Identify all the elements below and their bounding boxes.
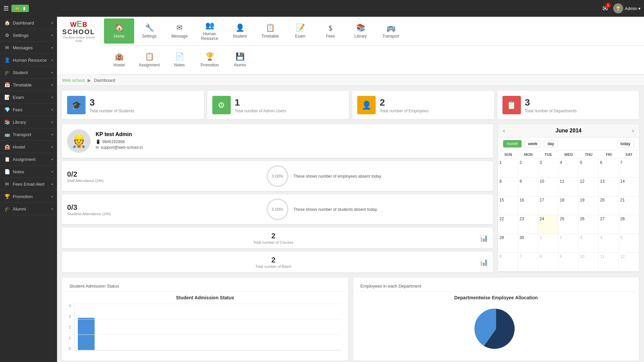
- calendar-cell[interactable]: 7: [518, 253, 538, 271]
- nav-promotion[interactable]: 🏆 Promotion: [195, 47, 225, 72]
- calendar-cell[interactable]: 6: [599, 159, 619, 177]
- sidebar-item-alumni[interactable]: 🎓 Alumni ▾: [0, 203, 57, 215]
- nav-assignment[interactable]: 📋 Assignment: [134, 47, 164, 72]
- calendar-cell[interactable]: 22: [498, 215, 518, 234]
- stat-departments-info: 3 Total number of Departments: [525, 97, 634, 113]
- calendar-cell[interactable]: 9: [518, 178, 538, 196]
- calendar-cell[interactable]: 17: [538, 196, 558, 215]
- sidebar-item-assignment[interactable]: 📋 Assignment ▾: [0, 153, 57, 166]
- transport-nav-icon: 🚌: [386, 23, 395, 32]
- calendar-cell[interactable]: 29: [498, 234, 518, 252]
- calendar-cell[interactable]: 8: [538, 253, 558, 271]
- calendar-cell[interactable]: 30: [518, 234, 538, 252]
- day-sun: SUN: [498, 150, 518, 159]
- department-chart-card: Employees in each Department Departmentw…: [353, 278, 639, 361]
- calendar-cell[interactable]: 1: [498, 159, 518, 177]
- calendar-cell[interactable]: 26: [579, 215, 599, 234]
- breadcrumb-root[interactable]: Web school: [62, 78, 85, 83]
- sidebar-item-notes[interactable]: 📄 Notes ▾: [0, 166, 57, 178]
- day-fri: FRI: [599, 150, 619, 159]
- calendar-cell[interactable]: 11: [558, 178, 579, 196]
- nav-human-resource[interactable]: 👥 Human Resource: [195, 18, 225, 44]
- sidebar-item-dashboard[interactable]: 🏠 Dashboard ▾: [0, 17, 57, 29]
- calendar-cell[interactable]: 10: [579, 253, 599, 271]
- calendar-cell[interactable]: 9: [558, 253, 579, 271]
- sidebar-item-human-resource[interactable]: 👤 Human Resource ▾: [0, 54, 57, 66]
- calendar-cell[interactable]: 15: [498, 196, 518, 215]
- calendar-cell[interactable]: 10: [538, 178, 558, 196]
- day-mon: MON: [518, 150, 538, 159]
- sidebar-item-exam[interactable]: 📝 Exam ▾: [0, 91, 57, 104]
- sidebar: 🏠 Dashboard ▾ ⚙ Settings ▾ ✉ Messages ▾ …: [0, 17, 57, 362]
- nav-exam-label: Exam: [295, 34, 306, 39]
- sidebar-item-hostel[interactable]: 🏨 Hostel ▾: [0, 141, 57, 153]
- calendar-cell[interactable]: 12: [579, 178, 599, 196]
- calendar-day-button[interactable]: day: [544, 140, 557, 147]
- calendar-cell[interactable]: 5: [619, 234, 639, 252]
- calendar-cell[interactable]: 27: [599, 215, 619, 234]
- nav-notes[interactable]: 📄 Notes: [164, 47, 195, 72]
- sidebar-item-fees[interactable]: 💎 Fees ▾: [0, 104, 57, 116]
- calendar-cell[interactable]: 6: [498, 253, 518, 271]
- nav-fees[interactable]: $ Fees: [315, 18, 345, 44]
- calendar-cell[interactable]: 2: [518, 159, 538, 177]
- nav-alumni[interactable]: 💾 Alumni: [225, 47, 255, 72]
- calendar-cell[interactable]: 18: [558, 196, 579, 215]
- calendar-cell[interactable]: 1: [538, 234, 558, 252]
- calendar-cell[interactable]: 3: [538, 159, 558, 177]
- sidebar-item-student[interactable]: 🎓 Student ▾: [0, 66, 57, 79]
- nav-hostel[interactable]: 🏨 Hostel: [104, 47, 134, 72]
- calendar-cell[interactable]: 21: [619, 196, 639, 215]
- calendar-cell[interactable]: 11: [599, 253, 619, 271]
- calendar-next-button[interactable]: ›: [632, 128, 634, 134]
- sidebar-item-library[interactable]: 📚 Library ▾: [0, 116, 57, 128]
- calendar-cell[interactable]: 16: [518, 196, 538, 215]
- nav-exam[interactable]: 📝 Exam: [285, 18, 315, 44]
- calendar-cell[interactable]: 2: [558, 234, 579, 252]
- bar-chart-container: 4 3 2 1 0: [69, 304, 341, 351]
- calendar-cell[interactable]: 25: [558, 215, 579, 234]
- calendar-prev-button[interactable]: ‹: [503, 128, 505, 134]
- sidebar-item-promotion[interactable]: 🏆 Promotion ▾: [0, 190, 57, 203]
- calendar-cell[interactable]: 19: [579, 196, 599, 215]
- calendar-cell[interactable]: 24: [538, 215, 558, 234]
- calendar-cell[interactable]: 7: [619, 159, 639, 177]
- nav-message[interactable]: ✉ Message: [164, 18, 195, 44]
- calendar-cell[interactable]: 4: [558, 159, 579, 177]
- calendar-cell[interactable]: 3: [579, 234, 599, 252]
- calendar-cell[interactable]: 23: [518, 215, 538, 234]
- calendar-cell[interactable]: 4: [599, 234, 619, 252]
- nav-library[interactable]: 📚 Library: [345, 18, 376, 44]
- calendar-cell[interactable]: 5: [579, 159, 599, 177]
- notification-icon[interactable]: ✉ 9: [602, 4, 608, 12]
- sidebar-item-timetable[interactable]: 📅 Timetable ▾: [0, 79, 57, 91]
- calendar-cell[interactable]: 14: [619, 178, 639, 196]
- nav-timetable[interactable]: 📋 Timetable: [255, 18, 285, 44]
- calendar-cell[interactable]: 13: [599, 178, 619, 196]
- calendar-cell[interactable]: 20: [599, 196, 619, 215]
- sidebar-item-messages[interactable]: ✉ Messages ▾: [0, 42, 57, 54]
- calendar-cell[interactable]: 28: [619, 215, 639, 234]
- courses-counter-card: 2 Total number of Courses 📊: [62, 228, 493, 248]
- hamburger-icon[interactable]: ☰: [3, 5, 9, 12]
- calendar-cell[interactable]: 12: [619, 253, 639, 271]
- chevron-icon: ▾: [51, 71, 53, 74]
- calendar-week-button[interactable]: week: [524, 140, 541, 147]
- sidebar-item-transport[interactable]: 🚌 Transport ▾: [0, 128, 57, 141]
- nav-settings[interactable]: 🔧 Settings: [134, 18, 164, 44]
- sidebar-item-settings[interactable]: ⚙ Settings ▾: [0, 29, 57, 42]
- calendar-cell[interactable]: 8: [498, 178, 518, 196]
- calendar-month-button[interactable]: month: [503, 140, 522, 147]
- sidebar-item-fees-email-alert[interactable]: ✉ Fees Email Alert ▾: [0, 178, 57, 190]
- timetable-nav-icon: 📋: [266, 23, 275, 32]
- nav-transport[interactable]: 🚌 Transport: [376, 18, 406, 44]
- day-sat: SAT: [619, 150, 639, 159]
- nav-hr-label: Human Resource: [195, 32, 225, 41]
- nav-student[interactable]: 👤 Student: [225, 18, 255, 44]
- student-attendance-card: 0/3 Students Attendance (24h) 0.00% Thes…: [62, 194, 493, 224]
- user-menu[interactable]: 👷 Admin ▾: [613, 3, 641, 13]
- library-nav-icon: 📚: [356, 23, 365, 32]
- calendar-today-button[interactable]: today: [617, 140, 634, 147]
- lock-button[interactable]: 🔒 ▮: [11, 5, 29, 12]
- nav-home[interactable]: 🏠 Home: [104, 18, 134, 44]
